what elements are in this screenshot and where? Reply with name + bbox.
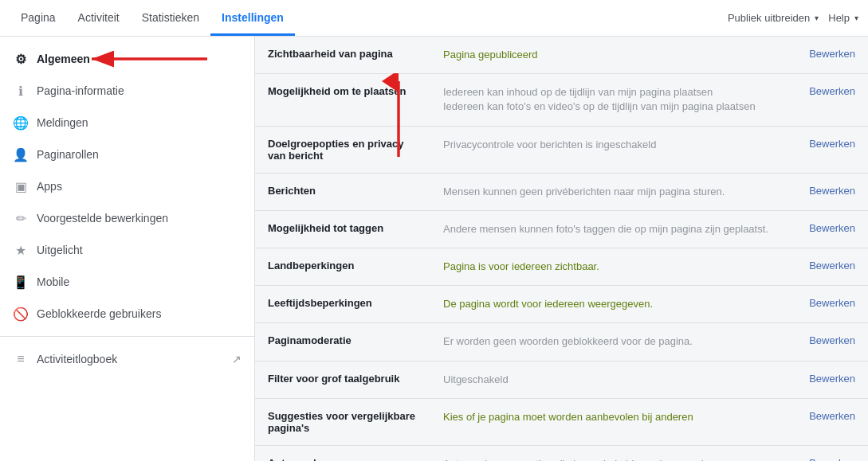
tab-pagina[interactable]: Pagina (10, 0, 67, 36)
settings-row-filter-taalgebruik: Filter voor grof taalgebruik Uitgeschake… (255, 361, 868, 399)
settings-value-berichten: Mensen kunnen geen privéberichten naar m… (430, 174, 788, 210)
sidebar-item-algemeen[interactable]: ⚙ Algemeen (0, 43, 254, 75)
external-link-icon: ↗ (232, 353, 242, 365)
info-icon: ℹ (13, 83, 29, 99)
settings-label-mogelijkheid-plaatsen: Mogelijkheid om te plaatsen (255, 74, 430, 125)
user-icon: 👤 (13, 147, 29, 162)
edit-link-zichtbaarheid[interactable]: Bewerken (809, 48, 855, 60)
edit-link-antwoorden[interactable]: Bewerken (809, 457, 855, 461)
settings-value-landbeperkingen: Pagina is voor iedereen zichtbaar. (430, 248, 788, 285)
sidebar-label-algemeen: Algemeen (37, 53, 90, 65)
sidebar-item-geblokkeerde-gebruikers[interactable]: 🚫 Geblokkeerde gebruikers (0, 298, 254, 330)
edit-link-doelgroepopties[interactable]: Bewerken (809, 138, 855, 150)
globe-icon: 🌐 (13, 115, 29, 131)
sidebar-item-paginarollen[interactable]: 👤 Paginarollen (0, 139, 254, 170)
tab-instellingen[interactable]: Instellingen (210, 0, 295, 36)
page-wrapper: Pagina Activiteit Statistieken Instellin… (0, 0, 868, 461)
gear-icon: ⚙ (13, 51, 29, 67)
settings-row-zichtbaarheid: Zichtbaarheid van pagina Pagina gepublic… (255, 37, 868, 74)
settings-action-paginamoderatie: Bewerken (788, 323, 868, 360)
apps-icon: ▣ (13, 178, 29, 194)
sidebar-item-mobile[interactable]: 📱 Mobile (0, 266, 254, 298)
sidebar-bottom-left: ≡ Activiteitlogboek (13, 351, 117, 367)
sidebar-item-uitgelicht[interactable]: ★ Uitgelicht (0, 234, 254, 266)
tab-statistieken[interactable]: Statistieken (131, 0, 210, 36)
settings-label-zichtbaarheid: Zichtbaarheid van pagina (255, 37, 430, 73)
settings-action-taggen: Bewerken (788, 211, 868, 248)
settings-value-doelgroepopties: Privacycontrole voor berichten is ingesc… (430, 127, 788, 173)
sidebar-label-pagina-informatie: Pagina-informatie (37, 84, 124, 97)
settings-action-leeftijdsbeperkingen: Bewerken (788, 286, 868, 322)
sidebar-item-activiteitlogboek[interactable]: ≡ Activiteitlogboek ↗ (0, 343, 254, 375)
star-icon: ★ (13, 242, 29, 258)
edit-link-landbeperkingen[interactable]: Bewerken (809, 260, 855, 272)
settings-row-mogelijkheid-plaatsen: Mogelijkheid om te plaatsen Iedereen kan… (255, 74, 868, 126)
sidebar-item-pagina-informatie[interactable]: ℹ Pagina-informatie (0, 75, 254, 107)
settings-label-leeftijdsbeperkingen: Leeftijdsbeperkingen (255, 286, 430, 322)
edit-link-paginamoderatie[interactable]: Bewerken (809, 334, 855, 346)
sidebar-bottom: ≡ Activiteitlogboek ↗ (0, 336, 254, 375)
sidebar-label-mobile: Mobile (37, 275, 69, 288)
settings-label-doelgroepopties: Doelgroepopties en privacy van bericht (255, 127, 430, 173)
edit-link-leeftijdsbeperkingen[interactable]: Bewerken (809, 297, 855, 309)
settings-action-mogelijkheid-plaatsen: Bewerken (788, 74, 868, 125)
settings-value-taggen: Andere mensen kunnen foto's taggen die o… (430, 211, 788, 248)
settings-action-antwoorden: Bewerken (788, 446, 868, 461)
content-area: Zichtbaarheid van pagina Pagina gepublic… (255, 37, 868, 461)
mobile-icon: 📱 (13, 274, 29, 290)
edit-icon: ✏ (13, 210, 29, 226)
settings-action-berichten: Bewerken (788, 174, 868, 210)
settings-action-doelgroepopties: Bewerken (788, 127, 868, 173)
settings-table: Zichtbaarheid van pagina Pagina gepublic… (255, 37, 868, 461)
settings-value-paginamoderatie: Er worden geen woorden geblokkeerd voor … (430, 323, 788, 360)
tab-activiteit[interactable]: Activiteit (67, 0, 131, 36)
publiek-uitbreiden-button[interactable]: Publiek uitbreiden ▾ (728, 12, 819, 24)
sidebar-label-geblokkeerde-gebruikers: Geblokkeerde gebruikers (37, 307, 161, 320)
block-icon: 🚫 (13, 306, 29, 322)
settings-row-doelgroepopties: Doelgroepopties en privacy van bericht P… (255, 127, 868, 174)
sidebar-label-apps: Apps (37, 180, 62, 193)
settings-action-suggesties: Bewerken (788, 399, 868, 445)
settings-row-landbeperkingen: Landbeperkingen Pagina is voor iedereen … (255, 248, 868, 286)
settings-value-suggesties: Kies of je pagina moet worden aanbevolen… (430, 399, 788, 445)
sidebar-item-voorgestelde-bewerkingen[interactable]: ✏ Voorgestelde bewerkingen (0, 202, 254, 234)
settings-value-antwoorden: Antwoorden op reacties zijn ingeschakeld… (430, 446, 788, 461)
settings-action-zichtbaarheid: Bewerken (788, 37, 868, 73)
sidebar-item-meldingen[interactable]: 🌐 Meldingen (0, 107, 254, 139)
settings-label-landbeperkingen: Landbeperkingen (255, 248, 430, 285)
settings-action-filter-taalgebruik: Bewerken (788, 361, 868, 398)
settings-row-paginamoderatie: Paginamoderatie Er worden geen woorden g… (255, 323, 868, 361)
sidebar-label-paginarollen: Paginarollen (37, 148, 99, 161)
settings-row-berichten: Berichten Mensen kunnen geen privéberich… (255, 174, 868, 211)
help-button[interactable]: Help ▾ (828, 12, 858, 24)
settings-row-taggen: Mogelijkheid tot taggen Andere mensen ku… (255, 211, 868, 248)
sidebar-label-activiteitlogboek: Activiteitlogboek (37, 353, 117, 365)
settings-row-suggesties: Suggesties voor vergelijkbare pagina's K… (255, 399, 868, 446)
settings-value-leeftijdsbeperkingen: De pagina wordt voor iedereen weergegeve… (430, 286, 788, 322)
edit-link-taggen[interactable]: Bewerken (809, 222, 855, 234)
settings-value-filter-taalgebruik: Uitgeschakeld (430, 361, 788, 398)
chevron-down-icon: ▾ (854, 14, 858, 22)
edit-link-suggesties[interactable]: Bewerken (809, 410, 855, 422)
edit-link-mogelijkheid-plaatsen[interactable]: Bewerken (809, 85, 855, 97)
sidebar-item-apps[interactable]: ▣ Apps (0, 170, 254, 202)
settings-label-suggesties: Suggesties voor vergelijkbare pagina's (255, 399, 430, 445)
edit-link-berichten[interactable]: Bewerken (809, 185, 855, 197)
chevron-down-icon: ▾ (815, 14, 819, 22)
sidebar: ⚙ Algemeen ℹ Pagina-informatie (0, 37, 255, 461)
nav-actions-right: Publiek uitbreiden ▾ Help ▾ (728, 0, 858, 36)
settings-label-antwoorden: Antwoorden (255, 446, 430, 461)
edit-link-filter-taalgebruik[interactable]: Bewerken (809, 373, 855, 385)
list-icon: ≡ (13, 351, 29, 367)
main-layout: ⚙ Algemeen ℹ Pagina-informatie (0, 37, 868, 461)
sidebar-label-meldingen: Meldingen (37, 116, 88, 129)
settings-row-antwoorden: Antwoorden Antwoorden op reacties zijn i… (255, 446, 868, 461)
sidebar-label-uitgelicht: Uitgelicht (37, 244, 83, 256)
settings-action-landbeperkingen: Bewerken (788, 248, 868, 285)
settings-value-mogelijkheid-plaatsen: Iedereen kan inhoud op de tijdlijn van m… (430, 74, 788, 125)
settings-label-paginamoderatie: Paginamoderatie (255, 323, 430, 360)
settings-row-leeftijdsbeperkingen: Leeftijdsbeperkingen De pagina wordt voo… (255, 286, 868, 323)
sidebar-label-voorgestelde-bewerkingen: Voorgestelde bewerkingen (37, 212, 168, 225)
settings-value-zichtbaarheid: Pagina gepubliceerd (430, 37, 788, 73)
settings-label-taggen: Mogelijkheid tot taggen (255, 211, 430, 248)
